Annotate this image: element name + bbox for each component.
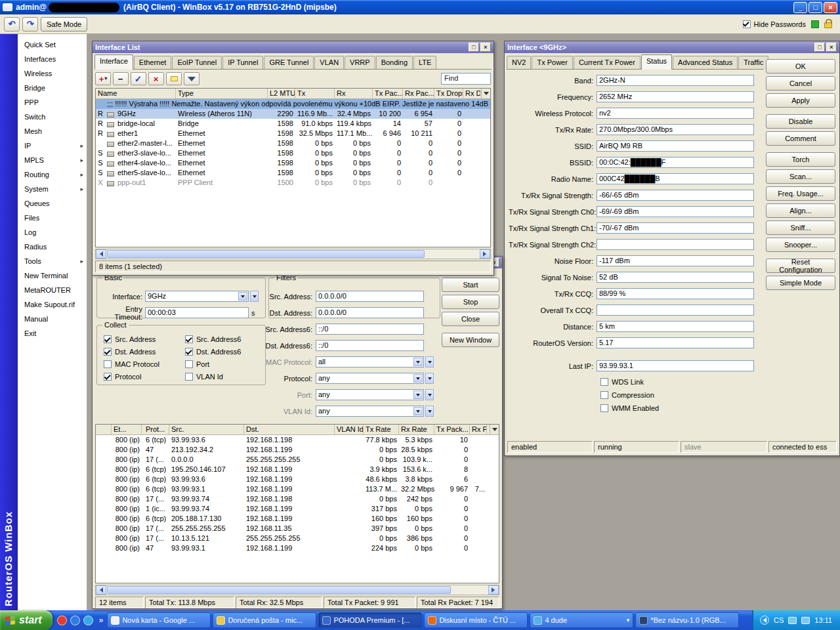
sidebar-item[interactable]: New Terminal — [18, 268, 87, 283]
taskbar-task[interactable]: *Bez názvu-1.0 (RGB... — [635, 612, 739, 628]
dropdown-arrow-icon[interactable] — [413, 358, 423, 366]
interface-row[interactable]: R 9GHz Wireless (Atheros 11N) 2290 116.9… — [96, 109, 490, 119]
filter-input[interactable]: any — [316, 406, 424, 417]
filter-button[interactable] — [184, 72, 200, 85]
add-button[interactable]: + ▾ — [95, 72, 111, 85]
quicklaunch-overflow-chevron[interactable]: » — [98, 616, 105, 625]
dropdown-arrow-icon[interactable] — [413, 374, 423, 383]
torch-row[interactable]: 800 (ip) 6 (tcp) 93.99.93.1 192.168.1.19… — [96, 484, 499, 494]
torch-row[interactable]: 800 (ip) 17 (... 0.0.0.0 255.255.255.255… — [96, 455, 499, 465]
quicklaunch-icon-3[interactable] — [83, 616, 93, 625]
torch-row[interactable]: 800 (ip) 47 93.99.93.1 192.168.1.199 224… — [96, 543, 499, 553]
tab[interactable]: EoIP Tunnel — [172, 56, 222, 69]
taskbar-task[interactable]: Nová karta - Google ... — [107, 612, 211, 628]
torch-row[interactable]: 800 (ip) 17 (... 93.99.93.74 192.168.1.1… — [96, 494, 499, 504]
status-button[interactable]: Apply — [766, 93, 835, 108]
taskbar-task[interactable]: Diskusní místo - ČTÚ ... — [424, 612, 528, 628]
scrollbar-thumb[interactable] — [107, 250, 425, 258]
sidebar-item[interactable]: MPLS ▸ — [18, 153, 87, 167]
column-header[interactable]: VLAN Id — [335, 425, 364, 434]
sidebar-item[interactable]: Interfaces — [18, 52, 87, 66]
sidebar-item[interactable]: Queues — [18, 196, 87, 211]
status-button[interactable]: Comment — [766, 131, 835, 146]
scroll-right-button[interactable] — [480, 249, 490, 259]
column-header[interactable]: Type — [176, 89, 268, 98]
tab[interactable]: VRRP — [345, 56, 375, 69]
column-header[interactable]: Tx Drops — [434, 89, 463, 98]
tab[interactable]: Current Tx Power — [574, 56, 640, 69]
close-button[interactable]: × — [480, 43, 491, 52]
sidebar-item[interactable]: MetaROUTER — [18, 283, 87, 297]
status-button[interactable]: Scan... — [766, 169, 835, 184]
status-button[interactable]: Cancel — [766, 76, 835, 91]
disable-button[interactable]: × — [148, 72, 164, 85]
status-button[interactable]: OK — [766, 59, 835, 74]
status-button[interactable]: Freq. Usage... — [766, 186, 835, 201]
collect-checkbox[interactable]: Port — [185, 360, 241, 369]
column-select-caret[interactable] — [481, 89, 490, 98]
interface-row[interactable]: ether2-master-l... Ethernet 1598 0 bps 0… — [96, 138, 490, 148]
interface-select[interactable]: 9GHz — [145, 291, 249, 302]
expand-dropdown-button[interactable] — [425, 373, 434, 384]
interface-row[interactable]: R ether1 Ethernet 1598 32.5 Mbps 117.1 M… — [96, 129, 490, 138]
filter-input[interactable]: any — [316, 389, 424, 400]
column-header[interactable]: Tx — [295, 89, 335, 98]
find-input[interactable]: Find — [441, 73, 491, 85]
torch-row[interactable]: 800 (ip) 6 (tcp) 93.99.93.6 192.168.1.19… — [96, 474, 499, 484]
enable-button[interactable]: ✓ — [131, 72, 146, 85]
wireless-status-titlebar[interactable]: Interface <9GHz> □ × — [505, 41, 839, 53]
scroll-right-button[interactable] — [488, 585, 499, 595]
comment-row[interactable]: ;;; !!!!!! Výstraha !!!!! Nemažte. Nasta… — [96, 99, 490, 109]
taskbar-task[interactable]: 4 dude ▾ — [530, 612, 633, 628]
taskbar-task[interactable]: POHODA Premium - [... — [318, 612, 422, 628]
sidebar-item[interactable]: IP ▸ — [18, 138, 87, 153]
column-header[interactable]: Tx Pack... — [434, 425, 470, 434]
filter-input[interactable]: ::/0 — [316, 340, 424, 351]
close-button[interactable]: × — [826, 43, 837, 52]
interface-row[interactable]: S ether5-slave-lo... Ethernet 1598 0 bps… — [96, 168, 490, 178]
tab[interactable]: Status — [641, 54, 672, 70]
torch-button[interactable]: Stop — [442, 295, 499, 309]
torch-button[interactable]: New Window — [442, 333, 499, 347]
tab[interactable]: Ethernet — [134, 56, 172, 69]
filter-input[interactable]: ::/0 — [316, 324, 424, 335]
column-header[interactable] — [96, 425, 112, 434]
sidebar-item[interactable]: PPP — [18, 95, 87, 110]
tray-network-icon[interactable] — [788, 617, 797, 624]
maximize-button[interactable]: □ — [469, 43, 479, 52]
torch-row[interactable]: 800 (ip) 6 (tcp) 93.99.93.6 192.168.1.19… — [96, 435, 499, 445]
column-header[interactable]: Rx P — [470, 425, 487, 434]
undo-button[interactable]: ↶ — [4, 17, 20, 32]
torch-button[interactable]: Start — [442, 278, 499, 292]
sidebar-item[interactable]: Mesh — [18, 124, 87, 138]
maximize-button[interactable]: □ — [808, 2, 822, 13]
tab[interactable]: LTE — [413, 56, 436, 69]
column-header[interactable]: Rx Rate — [399, 425, 434, 434]
interface-row[interactable]: R bridge-local Bridge 1598 91.0 kbps 119… — [96, 119, 490, 129]
collect-checkbox[interactable]: MAC Protocol — [104, 360, 159, 369]
collect-checkbox[interactable]: Dst. Address — [104, 347, 159, 356]
hide-tray-icons-chevron[interactable] — [760, 616, 769, 625]
sidebar-item[interactable]: Switch — [18, 110, 87, 124]
torch-row[interactable]: 800 (ip) 1 (ic... 93.99.93.74 192.168.1.… — [96, 504, 499, 514]
tray-volume-icon[interactable] — [801, 617, 810, 624]
sidebar-item[interactable]: Make Supout.rif — [18, 297, 87, 312]
close-button[interactable]: × — [824, 2, 837, 13]
sidebar-item[interactable]: Routing ▸ — [18, 167, 87, 182]
tab[interactable]: Interface — [94, 54, 133, 70]
interface-row[interactable]: S ether3-slave-lo... Ethernet 1598 0 bps… — [96, 148, 490, 158]
status-button[interactable]: Disable — [766, 114, 835, 129]
dropdown-arrow-icon[interactable] — [413, 407, 423, 415]
horizontal-scrollbar[interactable] — [95, 249, 491, 259]
tab[interactable]: Bonding — [376, 56, 413, 69]
torch-button[interactable]: Close — [442, 312, 499, 326]
comment-button[interactable] — [166, 72, 182, 85]
column-header[interactable]: Rx — [335, 89, 373, 98]
tab[interactable]: GRE Tunnel — [264, 56, 314, 69]
sidebar-item[interactable]: Radius — [18, 240, 87, 254]
torch-row[interactable]: 800 (ip) 47 213.192.34.2 192.168.1.199 0… — [96, 445, 499, 455]
maximize-button[interactable]: □ — [814, 43, 825, 52]
status-button[interactable]: Snooper... — [766, 238, 835, 252]
collect-checkbox[interactable]: Dst. Address6 — [185, 347, 241, 356]
column-header[interactable]: Tx Rate — [364, 425, 399, 434]
